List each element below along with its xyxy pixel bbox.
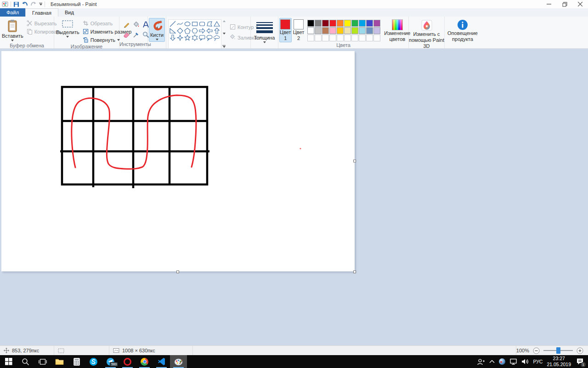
- shapes-scroll-down-button[interactable]: [223, 33, 226, 34]
- thickness-button[interactable]: Толщина: [254, 18, 275, 45]
- palette-color-swatch[interactable]: [322, 27, 329, 34]
- palette-empty-slot[interactable]: [307, 34, 314, 41]
- shape-curve[interactable]: [176, 20, 184, 27]
- zoom-slider[interactable]: [543, 350, 573, 351]
- zoom-out-button[interactable]: [533, 347, 540, 354]
- palette-empty-slot[interactable]: [344, 34, 351, 41]
- taskbar-clock[interactable]: 23:27 21.05.2019: [547, 356, 571, 368]
- edit-in-paint3d-button[interactable]: Изменить спомощью Paint 3D: [409, 18, 444, 50]
- tab-file[interactable]: Файл: [0, 8, 25, 17]
- palette-empty-slot[interactable]: [315, 34, 322, 41]
- eraser-tool[interactable]: [122, 30, 131, 39]
- palette-color-swatch[interactable]: [373, 20, 380, 27]
- palette-empty-slot[interactable]: [366, 34, 373, 41]
- paint-taskbar-button[interactable]: [170, 355, 187, 368]
- shape-polygon[interactable]: [206, 20, 213, 27]
- shape-ellipse[interactable]: [184, 20, 191, 27]
- brushes-button[interactable]: Кисти: [149, 18, 165, 42]
- palette-color-swatch[interactable]: [329, 27, 336, 34]
- pencil-tool[interactable]: [122, 20, 131, 29]
- telegram-button[interactable]: 583: [102, 355, 119, 368]
- file-explorer-button[interactable]: [51, 355, 68, 368]
- palette-empty-slot[interactable]: [322, 34, 329, 41]
- shape-rounded-rectangle[interactable]: [198, 20, 206, 27]
- save-button[interactable]: [13, 1, 19, 7]
- palette-color-swatch[interactable]: [329, 20, 336, 27]
- palette-color-swatch[interactable]: [366, 27, 373, 34]
- product-alert-button[interactable]: Оповещениепродукта: [445, 18, 481, 42]
- palette-color-swatch[interactable]: [337, 27, 344, 34]
- tray-chevron-up-icon[interactable]: [489, 360, 495, 363]
- volume-icon[interactable]: [521, 358, 529, 365]
- shape-arrow-right[interactable]: [198, 27, 206, 34]
- calculator-button[interactable]: [68, 355, 85, 368]
- customize-qat-button[interactable]: [39, 3, 42, 6]
- palette-color-swatch[interactable]: [366, 20, 373, 27]
- palette-empty-slot[interactable]: [351, 34, 358, 41]
- fill-tool[interactable]: [132, 20, 141, 29]
- shapes-scroll-up-button[interactable]: [223, 20, 226, 22]
- canvas-resize-handle-corner[interactable]: [353, 270, 356, 273]
- zoom-in-button[interactable]: [577, 347, 583, 354]
- zoom-slider-thumb[interactable]: [556, 347, 560, 354]
- shape-line[interactable]: [169, 20, 176, 27]
- action-center-button[interactable]: 1: [575, 357, 584, 366]
- select-button[interactable]: Выделить: [54, 18, 81, 44]
- palette-color-swatch[interactable]: [373, 27, 380, 34]
- palette-empty-slot[interactable]: [329, 34, 336, 41]
- redo-button[interactable]: [30, 1, 37, 7]
- palette-color-swatch[interactable]: [359, 27, 366, 34]
- palette-color-swatch[interactable]: [322, 20, 329, 27]
- chrome-button[interactable]: [136, 355, 153, 368]
- shape-arrow-up[interactable]: [213, 27, 220, 34]
- shape-diamond[interactable]: [176, 27, 184, 34]
- shape-four-point-star[interactable]: [176, 34, 184, 41]
- shape-hexagon[interactable]: [191, 27, 198, 34]
- palette-color-swatch[interactable]: [351, 20, 358, 27]
- skype-button[interactable]: [85, 355, 102, 368]
- palette-color-swatch[interactable]: [344, 27, 351, 34]
- palette-color-swatch[interactable]: [315, 20, 322, 27]
- shape-right-triangle[interactable]: [169, 27, 176, 34]
- color2-button[interactable]: Цвет2: [293, 18, 305, 42]
- shape-rounded-callout[interactable]: [198, 34, 206, 41]
- shape-pentagon[interactable]: [184, 27, 191, 34]
- opera-button[interactable]: [119, 355, 136, 368]
- palette-empty-slot[interactable]: [359, 34, 366, 41]
- edit-colors-button[interactable]: Изменениецветов: [380, 18, 412, 42]
- shape-arrow-left[interactable]: [206, 27, 213, 34]
- vscode-button[interactable]: [153, 355, 170, 368]
- shape-arrow-down[interactable]: [169, 34, 176, 41]
- canvas-resize-handle-right[interactable]: [353, 160, 356, 162]
- undo-button[interactable]: [22, 1, 28, 7]
- language-indicator[interactable]: РУС: [533, 359, 543, 364]
- task-view-button[interactable]: [34, 355, 51, 368]
- palette-empty-slot[interactable]: [337, 34, 344, 41]
- paste-button[interactable]: Вставить: [0, 18, 25, 43]
- shapes-expand-button[interactable]: [222, 45, 226, 48]
- minimize-button[interactable]: [541, 0, 557, 8]
- palette-color-swatch[interactable]: [307, 20, 314, 27]
- shape-cloud-callout[interactable]: [213, 34, 220, 41]
- palette-empty-slot[interactable]: [373, 34, 380, 41]
- palette-color-swatch[interactable]: [351, 27, 358, 34]
- shape-six-point-star[interactable]: [191, 34, 198, 41]
- palette-color-swatch[interactable]: [315, 27, 322, 34]
- start-button[interactable]: [0, 355, 17, 368]
- close-button[interactable]: [572, 0, 588, 8]
- shape-five-point-star[interactable]: [184, 34, 191, 41]
- people-icon[interactable]: [477, 358, 485, 365]
- palette-color-swatch[interactable]: [359, 20, 366, 27]
- tab-home[interactable]: Главная: [25, 8, 58, 17]
- shape-rectangle[interactable]: [191, 20, 198, 27]
- taskbar-search-button[interactable]: [17, 355, 34, 368]
- drawing-canvas[interactable]: [1, 51, 355, 271]
- shape-triangle[interactable]: [213, 20, 220, 27]
- color-picker-tool[interactable]: [132, 30, 141, 39]
- palette-color-swatch[interactable]: [337, 20, 344, 27]
- tray-app-icon[interactable]: [499, 358, 505, 365]
- tab-view[interactable]: Вид: [58, 8, 80, 17]
- network-icon[interactable]: [509, 358, 517, 365]
- shape-oval-callout[interactable]: [206, 34, 213, 41]
- color1-button[interactable]: Цвет1: [279, 18, 292, 42]
